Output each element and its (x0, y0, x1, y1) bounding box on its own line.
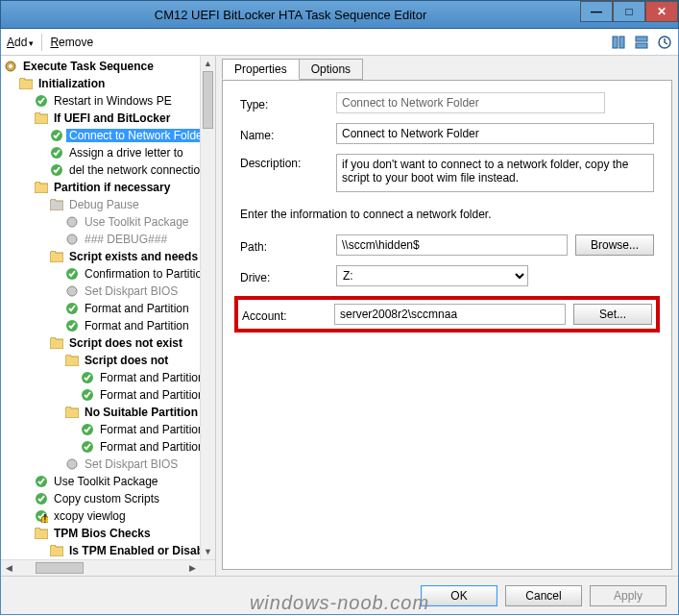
add-menu[interactable]: Add▾ (7, 36, 34, 49)
check-icon (80, 387, 95, 403)
tree-item[interactable]: TPM Bios Checks (1, 525, 215, 542)
svg-text:!: ! (43, 512, 46, 523)
tree-item-label: Set Diskpart BIOS (82, 457, 181, 471)
tree-item[interactable]: Debug Pause (1, 196, 215, 213)
tree-item[interactable]: No Suitable Partition (1, 404, 215, 421)
tree-item[interactable]: Set Diskpart BIOS (1, 456, 215, 473)
window-titlebar: CM12 UEFI BitLocker HTA Task Sequence Ed… (0, 0, 679, 29)
tree-item[interactable]: ### DEBUG### (1, 231, 215, 248)
tree-item[interactable]: Script exists and needs (1, 248, 215, 265)
check-icon (80, 370, 95, 385)
description-label: Description: (240, 154, 336, 170)
tab-options[interactable]: Options (299, 59, 363, 80)
tree-item[interactable]: Script does not exist (1, 334, 215, 352)
tree-item[interactable]: Confirmation to Partition (1, 265, 215, 283)
check-icon (64, 318, 80, 333)
tree-item[interactable]: Assign a drive letter to (1, 144, 215, 161)
toolbar-icon-2[interactable] (634, 35, 649, 50)
tree-item[interactable]: del the network connection (1, 161, 215, 179)
browse-button[interactable]: Browse... (575, 234, 654, 256)
svg-point-12 (67, 234, 77, 244)
toolbar-icon-1[interactable] (611, 35, 626, 50)
toolbar-icon-3[interactable] (657, 35, 672, 50)
tree-item-label: Script does not (82, 354, 171, 367)
apply-button[interactable]: Apply (590, 585, 667, 606)
set-button[interactable]: Set... (573, 304, 652, 325)
tree-item[interactable]: Use Toolkit Package (1, 473, 215, 490)
tree-item-label: Initialization (36, 77, 108, 90)
folder-icon (49, 335, 64, 351)
tree-item[interactable]: Is TPM Enabled or Disabled (1, 542, 215, 559)
check-icon (34, 93, 49, 109)
task-sequence-tree[interactable]: Execute Task SequenceInitializationResta… (1, 56, 215, 559)
tree-vertical-scrollbar[interactable]: ▲ ▼ (200, 56, 215, 559)
folder-icon (18, 76, 34, 91)
tree-item-label: Partition if necessary (51, 181, 173, 194)
window-close-button[interactable]: ✕ (645, 1, 678, 22)
tree-item[interactable]: Format and Partition (1, 369, 215, 386)
tree-item[interactable]: Execute Task Sequence (1, 58, 215, 75)
name-label: Name: (240, 126, 336, 142)
tree-item[interactable]: !xcopy viewlog (1, 507, 215, 525)
folder-icon (34, 180, 49, 195)
description-input[interactable] (336, 154, 654, 192)
check-icon (34, 491, 49, 506)
tree-item-label: Execute Task Sequence (20, 60, 157, 73)
tree-item-label: Format and Partition (82, 302, 192, 315)
svg-rect-2 (636, 37, 647, 41)
remove-button[interactable]: Remove (50, 36, 93, 49)
tree-item[interactable]: Restart in Windows PE (1, 92, 215, 110)
tree-item-label: ### DEBUG### (82, 233, 170, 246)
tree-item-label: If UEFI and BitLocker (51, 111, 173, 125)
window-maximize-button[interactable]: □ (613, 1, 645, 22)
tree-item[interactable]: Copy custom Scripts (1, 490, 215, 507)
cancel-button[interactable]: Cancel (505, 585, 582, 606)
check-icon (34, 474, 49, 489)
tree-item[interactable]: Format and Partition (1, 421, 215, 438)
tree-item[interactable]: Format and Partition (1, 386, 215, 404)
path-input[interactable] (336, 234, 568, 256)
tree-item-label: Format and Partition (97, 388, 207, 402)
svg-point-14 (67, 286, 77, 296)
properties-panel: Properties Options Type: Connect to Netw… (216, 56, 678, 576)
tree-item-label: Confirmation to Partition (82, 267, 211, 281)
tree-item[interactable]: If UEFI and BitLocker (1, 110, 215, 127)
tree-item[interactable]: Format and Partition (1, 300, 215, 317)
svg-rect-0 (613, 37, 618, 48)
tree-item[interactable]: Format and Partition (1, 317, 215, 334)
tree-item[interactable]: Partition if necessary (1, 179, 215, 196)
name-input[interactable] (336, 123, 654, 144)
dialog-button-bar: OK Cancel Apply (1, 576, 678, 614)
tree-item[interactable]: Use Toolkit Package (1, 213, 215, 231)
tree-item-label: xcopy viewlog (51, 509, 129, 523)
folder-icon (34, 526, 49, 541)
check-icon (80, 439, 95, 455)
folder-icon (64, 405, 80, 420)
tree-item-label: Connect to Network Folder (66, 129, 209, 142)
disc-icon (64, 456, 80, 472)
tree-item[interactable]: Format and Partition (1, 438, 215, 456)
gear-icon (3, 59, 18, 74)
tree-item[interactable]: Set Diskpart BIOS (1, 283, 215, 300)
tab-properties[interactable]: Properties (222, 59, 300, 80)
folder-icon (49, 249, 64, 264)
tree-item-label: Restart in Windows PE (51, 94, 175, 108)
tree-item-label: No Suitable Partition (82, 406, 201, 419)
svg-point-11 (67, 217, 77, 227)
check-icon (49, 128, 64, 143)
tree-item-label: Use Toolkit Package (51, 475, 161, 488)
check-icon (80, 422, 95, 437)
tree-horizontal-scrollbar[interactable]: ◀ ▶ (1, 559, 215, 576)
tree-item-label: Format and Partition (97, 423, 207, 436)
folder-icon (49, 543, 64, 558)
tree-item[interactable]: Initialization (1, 75, 215, 92)
disc-icon (64, 283, 80, 299)
window-minimize-button[interactable]: — (580, 1, 613, 22)
help-text: Enter the information to connect a netwo… (240, 208, 654, 221)
tree-item[interactable]: Connect to Network Folder (1, 127, 215, 144)
drive-select[interactable]: Z: (336, 265, 528, 286)
check-icon (49, 162, 64, 178)
tree-item[interactable]: Script does not (1, 352, 215, 369)
window-title: CM12 UEFI BitLocker HTA Task Sequence Ed… (1, 8, 580, 22)
ok-button[interactable]: OK (421, 585, 497, 606)
